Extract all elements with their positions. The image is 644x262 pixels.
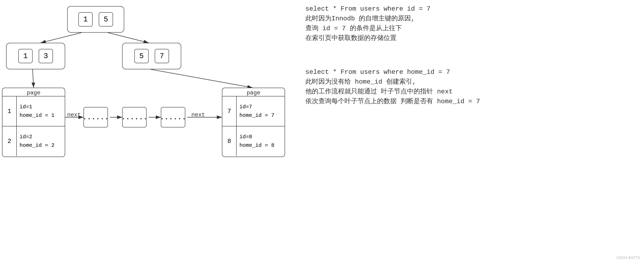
left-internal-node: 1 3 — [6, 43, 65, 69]
leaf-right-row-2: 8 id=8 home_id = 8 — [222, 126, 285, 156]
root-node: 1 5 — [67, 6, 124, 33]
annotation-1: select * From users where id = 7 此时因为Inn… — [306, 4, 430, 43]
svg-line-4 — [151, 69, 252, 88]
root-key-2: 5 — [99, 12, 113, 27]
annotation2-line4: 依次查询每个叶子节点上的数据 判断是否有 home_id = 7 — [306, 97, 480, 106]
leaf-right-label: page — [222, 88, 285, 96]
leaf-right-row2-data: id=8 home_id = 8 — [236, 126, 285, 156]
ellipsis-node-3: ...... — [161, 107, 185, 127]
leaf-right-row1-data: id=7 home_id = 7 — [236, 96, 285, 126]
leaf-left-row2-id: 2 — [2, 126, 17, 156]
next-label-1: next — [67, 112, 81, 118]
diagram-area: 1 5 1 3 5 7 page 1 id=1 home_id = 1 2 id… — [0, 0, 644, 262]
leaf-left-rows: 1 id=1 home_id = 1 2 id=2 home_id = 2 — [2, 96, 65, 156]
svg-line-2 — [108, 33, 149, 43]
leaf-left-row-2: 2 id=2 home_id = 2 — [2, 126, 65, 156]
annotation2-line2: 此时因为没有给 home_id 创建索引, — [306, 77, 480, 87]
watermark: ©2024 BATTS — [616, 256, 640, 260]
annotation2-line3: 他的工作流程就只能通过 叶子节点中的指针 next — [306, 87, 480, 97]
ellipsis-node-2: ...... — [122, 107, 146, 127]
left-key-2: 3 — [39, 49, 53, 63]
annotation1-line2: 此时因为Innodb 的自增主键的原因, — [306, 14, 430, 24]
leaf-left-row-1: 1 id=1 home_id = 1 — [2, 96, 65, 126]
leaf-right-row-1: 7 id=7 home_id = 7 — [222, 96, 285, 126]
leaf-right-row2-id: 8 — [222, 126, 236, 156]
left-key-1: 1 — [18, 49, 32, 63]
root-key-1: 1 — [78, 12, 93, 27]
leaf-left-row1-data: id=1 home_id = 1 — [17, 96, 65, 126]
ellipsis-node-1: ...... — [84, 107, 108, 127]
next-label-2: next — [192, 112, 205, 118]
leaf-left-row2-data: id=2 home_id = 2 — [17, 126, 65, 156]
leaf-right-row1-id: 7 — [222, 96, 236, 126]
svg-line-3 — [32, 69, 34, 88]
annotation2-line1: select * From users where home_id = 7 — [306, 67, 480, 77]
annotation-2: select * From users where home_id = 7 此时… — [306, 67, 480, 106]
annotation1-line3: 查询 id = 7 的条件是从上往下 — [306, 24, 430, 34]
annotation1-line4: 在索引页中获取数据的存储位置 — [306, 34, 430, 43]
leaf-left-label: page — [2, 88, 65, 96]
right-key-1: 5 — [134, 49, 149, 63]
leaf-page-right: page 7 id=7 home_id = 7 8 id=8 home_id =… — [222, 88, 285, 157]
leaf-right-rows: 7 id=7 home_id = 7 8 id=8 home_id = 8 — [222, 96, 285, 156]
right-key-2: 7 — [155, 49, 169, 63]
leaf-page-left: page 1 id=1 home_id = 1 2 id=2 home_id =… — [2, 88, 65, 157]
svg-line-1 — [41, 33, 82, 43]
right-internal-node: 5 7 — [122, 43, 181, 69]
annotation1-line1: select * From users where id = 7 — [306, 4, 430, 14]
leaf-left-row1-id: 1 — [2, 96, 17, 126]
